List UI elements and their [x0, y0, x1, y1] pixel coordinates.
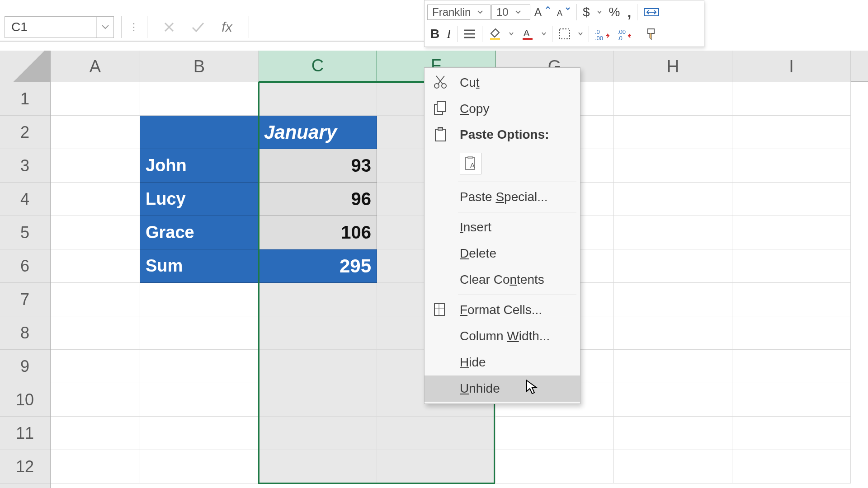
- column-header[interactable]: A: [51, 51, 140, 82]
- align-button[interactable]: [460, 25, 479, 43]
- cell[interactable]: [259, 350, 377, 383]
- cell[interactable]: [259, 82, 377, 116]
- cell[interactable]: [51, 149, 140, 183]
- cell[interactable]: [614, 316, 732, 350]
- cell[interactable]: [259, 450, 377, 483]
- increase-font-button[interactable]: A: [531, 3, 553, 21]
- cell[interactable]: John: [140, 149, 259, 183]
- column-header[interactable]: I: [732, 51, 851, 82]
- ctx-copy[interactable]: Copy: [425, 96, 580, 122]
- cell[interactable]: January: [259, 116, 377, 149]
- name-box[interactable]: C1: [5, 16, 114, 38]
- bold-button[interactable]: B: [427, 25, 443, 43]
- cell[interactable]: [377, 417, 495, 450]
- borders-button[interactable]: [555, 25, 574, 43]
- cell[interactable]: [51, 417, 140, 450]
- cell[interactable]: [51, 283, 140, 316]
- cell[interactable]: [614, 116, 732, 149]
- cell[interactable]: [614, 417, 732, 450]
- cell[interactable]: [614, 383, 732, 417]
- row-header[interactable]: 9: [0, 350, 50, 383]
- cell[interactable]: [732, 82, 851, 116]
- font-color-button[interactable]: A: [518, 25, 538, 43]
- cell[interactable]: [495, 450, 614, 483]
- font-color-dropdown[interactable]: [538, 25, 549, 43]
- ctx-format-cells[interactable]: Format Cells...: [425, 297, 580, 323]
- row-header[interactable]: 3: [0, 149, 50, 183]
- cell[interactable]: [495, 417, 614, 450]
- cell[interactable]: [732, 383, 851, 417]
- cell[interactable]: [140, 82, 259, 116]
- cell[interactable]: [51, 116, 140, 149]
- accounting-dropdown[interactable]: [594, 3, 605, 21]
- increase-decimal-button[interactable]: .0.00: [592, 25, 613, 43]
- cell[interactable]: [140, 283, 259, 316]
- cell[interactable]: [140, 116, 259, 149]
- chevron-down-icon[interactable]: [513, 10, 523, 14]
- cell[interactable]: [259, 283, 377, 316]
- cell[interactable]: [614, 216, 732, 249]
- cell[interactable]: [140, 450, 259, 483]
- cell[interactable]: [614, 249, 732, 283]
- cell[interactable]: Lucy: [140, 183, 259, 216]
- cell[interactable]: [614, 350, 732, 383]
- ctx-column-width[interactable]: Column Width...: [425, 323, 580, 349]
- cell[interactable]: 93: [259, 149, 377, 183]
- row-header[interactable]: 10: [0, 383, 50, 417]
- merge-center-button[interactable]: [640, 3, 663, 21]
- cell[interactable]: [732, 450, 851, 483]
- cell[interactable]: [51, 350, 140, 383]
- column-header[interactable]: B: [140, 51, 259, 82]
- cell[interactable]: Grace: [140, 216, 259, 249]
- ctx-hide[interactable]: Hide: [425, 349, 580, 375]
- cell[interactable]: [259, 316, 377, 350]
- cell[interactable]: 106: [259, 216, 377, 249]
- ctx-insert[interactable]: Insert: [425, 214, 580, 240]
- paste-option-keep-text[interactable]: A: [460, 153, 481, 174]
- cell[interactable]: [51, 249, 140, 283]
- cell[interactable]: [140, 417, 259, 450]
- chevron-down-icon[interactable]: [96, 17, 113, 38]
- cell[interactable]: [732, 316, 851, 350]
- cell[interactable]: [51, 216, 140, 249]
- ctx-unhide[interactable]: Unhide: [425, 375, 580, 402]
- cell[interactable]: [51, 450, 140, 483]
- cell[interactable]: [732, 283, 851, 316]
- cell[interactable]: [732, 216, 851, 249]
- cell[interactable]: [614, 82, 732, 116]
- chevron-down-icon[interactable]: [475, 10, 485, 14]
- accept-formula-button[interactable]: [184, 16, 212, 38]
- column-header[interactable]: C: [259, 51, 377, 82]
- formula-input[interactable]: [256, 16, 424, 38]
- ctx-delete[interactable]: Delete: [425, 240, 580, 267]
- cell[interactable]: [614, 283, 732, 316]
- cell[interactable]: [140, 383, 259, 417]
- cancel-formula-button[interactable]: [155, 16, 184, 38]
- cell[interactable]: [614, 149, 732, 183]
- row-header[interactable]: 4: [0, 183, 50, 216]
- row-header[interactable]: 5: [0, 216, 50, 249]
- row-header[interactable]: 6: [0, 249, 50, 283]
- cell[interactable]: [259, 383, 377, 417]
- accounting-format-button[interactable]: $: [580, 3, 593, 21]
- cell[interactable]: [51, 316, 140, 350]
- cell[interactable]: [140, 316, 259, 350]
- select-all-corner[interactable]: [0, 51, 51, 82]
- row-header[interactable]: 7: [0, 283, 50, 316]
- cell[interactable]: [732, 350, 851, 383]
- column-header[interactable]: H: [614, 51, 732, 82]
- cell[interactable]: [140, 350, 259, 383]
- row-header[interactable]: 12: [0, 450, 50, 483]
- cell[interactable]: [51, 383, 140, 417]
- cell[interactable]: 96: [259, 183, 377, 216]
- cell[interactable]: Sum: [140, 249, 259, 283]
- ctx-cut[interactable]: Cut: [425, 70, 580, 96]
- cell[interactable]: [732, 417, 851, 450]
- cell[interactable]: [259, 417, 377, 450]
- fill-color-button[interactable]: [485, 25, 505, 43]
- ctx-clear-contents[interactable]: Clear Contents: [425, 267, 580, 293]
- font-size-combo[interactable]: 10: [491, 5, 530, 20]
- decrease-font-button[interactable]: A: [554, 3, 574, 21]
- italic-button[interactable]: I: [443, 25, 454, 43]
- row-header[interactable]: 2: [0, 116, 50, 149]
